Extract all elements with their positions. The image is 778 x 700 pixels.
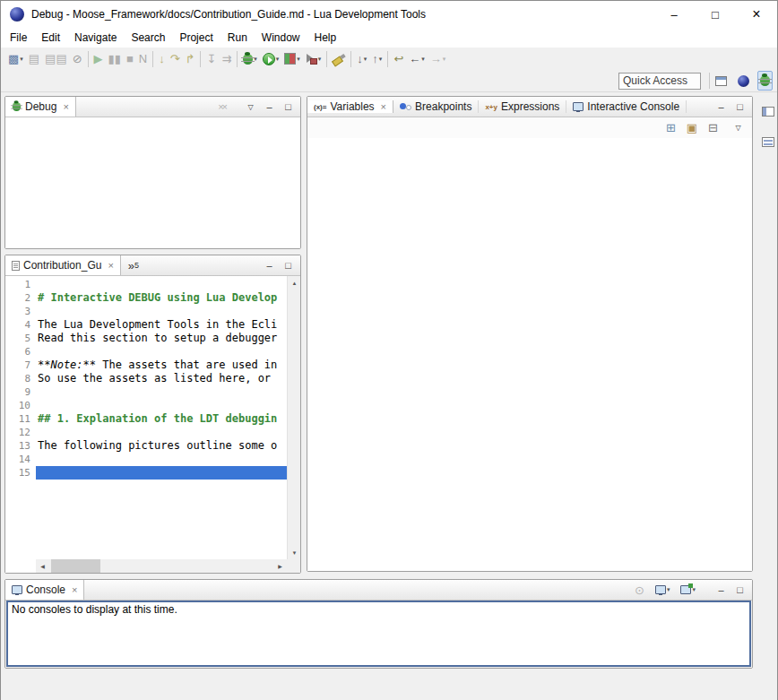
hscroll-track[interactable] <box>49 559 273 573</box>
show-type-names-button[interactable]: ⊞ <box>663 118 679 138</box>
back-button[interactable]: ←▾ <box>406 49 428 69</box>
tab-console[interactable]: Console × <box>5 580 84 600</box>
restore-minimized-view-button-1[interactable] <box>759 101 777 121</box>
maximize-editor-button[interactable]: □ <box>280 260 297 271</box>
code-line[interactable] <box>36 426 287 439</box>
variables-view-menu-icon[interactable]: ▽ <box>730 124 747 132</box>
code-line[interactable]: The Lua Development Tools in the Ecli <box>36 318 287 332</box>
tab-debug[interactable]: Debug × <box>5 97 76 117</box>
scroll-right-icon[interactable]: ▶ <box>273 559 287 573</box>
code-line[interactable]: The following pictures outline some o <box>36 439 287 453</box>
minimize-debug-view-button[interactable]: – <box>261 101 278 112</box>
tab-interactive-console[interactable]: Interactive Console <box>566 100 687 113</box>
minimize-variables-button[interactable]: – <box>713 101 730 112</box>
minimize-window-button[interactable]: – <box>653 1 695 28</box>
menu-navigate[interactable]: Navigate <box>67 29 124 47</box>
debug-view-menu-icon[interactable]: ▽ <box>242 103 259 111</box>
menu-project[interactable]: Project <box>172 29 220 47</box>
scroll-left-icon[interactable]: ◀ <box>36 559 49 573</box>
close-tab-icon[interactable]: × <box>108 260 113 271</box>
editor-overflow-button[interactable]: »5 <box>121 255 146 275</box>
debug-perspective-button[interactable] <box>757 71 773 91</box>
code-line[interactable]: ## 1. Explanation of the LDT debuggin <box>36 412 287 426</box>
dropdown-arrow-icon[interactable]: ▾ <box>20 56 23 63</box>
debug-button[interactable]: ▾ <box>240 49 260 69</box>
use-step-filters-icon: ⇉ <box>221 53 231 65</box>
open-perspective-button[interactable] <box>713 71 730 91</box>
code-line[interactable] <box>36 278 287 291</box>
scroll-down-icon[interactable]: ▼ <box>288 546 300 559</box>
restore-minimized-view-button-1-icon <box>762 107 774 117</box>
line-number: 12 <box>5 426 30 439</box>
maximize-window-button[interactable]: □ <box>695 1 736 28</box>
remove-all-terminated-button[interactable]: ×× <box>218 101 226 112</box>
menu-file[interactable]: File <box>3 29 34 47</box>
menu-edit[interactable]: Edit <box>34 29 67 47</box>
skip-all-breakpoints-button[interactable]: ⊘ <box>70 49 85 69</box>
dropdown-arrow-icon[interactable]: ▾ <box>379 56 383 63</box>
hscroll-thumb[interactable] <box>51 559 100 573</box>
tab-contribution-guide[interactable]: Contribution_Gu × <box>5 255 121 275</box>
tab-expressions[interactable]: x+yExpressions <box>479 100 566 113</box>
maximize-debug-view-button[interactable]: □ <box>280 101 297 112</box>
code-line[interactable] <box>36 466 287 480</box>
dropdown-arrow-icon[interactable]: ▾ <box>297 56 300 63</box>
tab-breakpoints[interactable]: Breakpoints <box>393 100 479 113</box>
close-tab-icon[interactable]: × <box>72 584 77 595</box>
maximize-console-button[interactable]: □ <box>731 584 748 595</box>
next-annotation-button[interactable]: ↓▾ <box>354 49 369 69</box>
menu-help[interactable]: Help <box>307 29 344 47</box>
coverage-button[interactable]: ▾ <box>281 49 303 69</box>
menu-window[interactable]: Window <box>255 29 307 47</box>
menu-search[interactable]: Search <box>124 29 172 47</box>
dropdown-arrow-icon[interactable]: ▾ <box>667 586 670 593</box>
scrollbar-corner <box>287 559 300 573</box>
code-line[interactable] <box>36 453 287 466</box>
dropdown-arrow-icon[interactable]: ▾ <box>318 56 322 63</box>
dropdown-arrow-icon[interactable]: ▾ <box>276 56 280 63</box>
code-line[interactable]: # Interactive DEBUG using Lua Develop <box>36 291 287 305</box>
editor-vertical-scrollbar[interactable]: ▲ ▼ <box>287 276 300 559</box>
editor-code[interactable]: # Interactive DEBUG using Lua DevelopThe… <box>36 276 287 559</box>
code-line[interactable]: Read this section to setup a debugger <box>36 332 287 345</box>
code-line[interactable]: So use the assets as listed here, or <box>36 372 287 385</box>
display-selected-console-button[interactable]: ▾ <box>653 580 673 600</box>
console-text-area[interactable]: No consoles to display at this time. <box>6 601 751 667</box>
ldt-perspective-button[interactable] <box>735 71 752 91</box>
scroll-up-icon[interactable]: ▲ <box>288 276 300 290</box>
maximize-variables-button[interactable]: □ <box>731 101 748 112</box>
console-view: Console × ⊙▾▾ – □ No consoles to display… <box>4 579 753 669</box>
minimize-editor-button[interactable]: – <box>261 260 278 271</box>
close-window-button[interactable]: × <box>736 1 777 28</box>
code-line[interactable] <box>36 345 287 359</box>
code-line[interactable] <box>36 399 287 412</box>
menu-run[interactable]: Run <box>220 29 255 47</box>
quick-access-input[interactable]: Quick Access <box>618 73 701 90</box>
code-line[interactable]: **Note:** The assets that are used in <box>36 359 287 372</box>
dropdown-arrow-icon[interactable]: ▾ <box>421 56 425 63</box>
external-tools-button[interactable]: ▾ <box>303 49 324 69</box>
line-number: 2 <box>5 291 30 305</box>
close-tab-icon[interactable]: × <box>381 101 386 112</box>
restore-minimized-view-button-2[interactable] <box>759 132 777 151</box>
disconnect-icon: N <box>139 53 147 65</box>
open-console-button[interactable]: ▾ <box>678 580 698 600</box>
code-line[interactable] <box>36 305 287 318</box>
new-wizard-button[interactable]: ▩▾ <box>5 49 26 69</box>
dropdown-arrow-icon[interactable]: ▾ <box>443 56 446 63</box>
previous-annotation-button[interactable]: ↑▾ <box>369 49 385 69</box>
code-line[interactable] <box>36 385 287 399</box>
run-button[interactable]: ▾ <box>260 49 282 69</box>
tab-variables[interactable]: (x)=Variables× <box>307 100 393 113</box>
collapse-all-button[interactable]: ⊟ <box>705 118 721 138</box>
code-text: The following pictures outline some o <box>38 439 277 452</box>
search-button[interactable] <box>330 49 348 69</box>
show-logical-structure-button[interactable]: ▣ <box>684 118 700 138</box>
last-edit-location-button[interactable]: ↩ <box>391 49 406 69</box>
dropdown-arrow-icon[interactable]: ▾ <box>364 56 367 63</box>
line-number: 11 <box>5 412 30 426</box>
editor-horizontal-scrollbar[interactable]: ◀ ▶ <box>36 559 287 573</box>
open-perspective-icon <box>715 76 727 86</box>
minimize-console-button[interactable]: – <box>713 584 730 595</box>
close-tab-icon[interactable]: × <box>63 101 68 112</box>
